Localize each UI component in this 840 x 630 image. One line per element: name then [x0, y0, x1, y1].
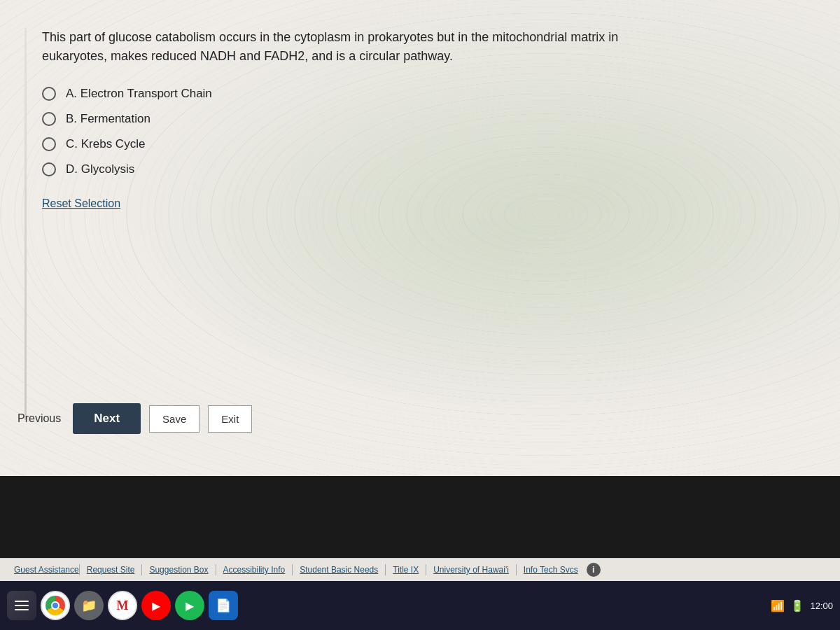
play-music-icon[interactable]: ▶ — [175, 591, 204, 620]
info-icon[interactable]: i — [587, 563, 601, 577]
main-content: This part of glucose catabolism occurs i… — [0, 0, 840, 476]
footer-link-guest-assistance[interactable]: Guest Assistance — [14, 565, 79, 575]
option-c[interactable]: C. Krebs Cycle — [42, 137, 798, 151]
footer-divider-4 — [292, 564, 293, 575]
youtube-icon-play: ▶ — [152, 599, 160, 612]
app-launcher-icon[interactable] — [7, 591, 36, 620]
hamburger-line-1 — [15, 601, 29, 602]
taskbar-right: 📶 🔋 12:00 — [771, 599, 833, 612]
radio-a[interactable] — [42, 87, 56, 101]
footer-divider-3 — [216, 564, 216, 575]
footer-divider-5 — [385, 564, 386, 575]
next-button[interactable]: Next — [73, 403, 141, 434]
wifi-icon[interactable]: 📶 — [771, 599, 785, 612]
exit-button[interactable]: Exit — [208, 405, 252, 433]
hamburger-line-3 — [15, 609, 29, 610]
youtube-icon[interactable]: ▶ — [141, 591, 171, 620]
option-c-label[interactable]: C. Krebs Cycle — [66, 137, 145, 151]
footer-divider-7 — [516, 564, 517, 575]
radio-b[interactable] — [42, 112, 56, 126]
options-list: A. Electron Transport Chain B. Fermentat… — [42, 87, 798, 176]
footer-divider-6 — [426, 564, 426, 575]
time-text: 12:00 — [810, 601, 833, 611]
question-text: This part of glucose catabolism occurs i… — [42, 28, 672, 66]
taskbar: 📁 M ▶ ▶ 📄 📶 🔋 12:00 — [0, 581, 840, 630]
battery-icon[interactable]: 🔋 — [790, 599, 804, 612]
gmail-icon[interactable]: M — [108, 591, 137, 620]
footer-link-request-site[interactable]: Request Site — [87, 565, 135, 575]
taskbar-apps: 📁 M ▶ ▶ 📄 — [7, 591, 238, 620]
option-d[interactable]: D. Glycolysis — [42, 162, 798, 176]
option-d-label[interactable]: D. Glycolysis — [66, 162, 134, 176]
footer-divider-1 — [79, 564, 80, 575]
option-a[interactable]: A. Electron Transport Chain — [42, 87, 798, 101]
option-b[interactable]: B. Fermentation — [42, 112, 798, 126]
footer-link-student-basic-needs[interactable]: Student Basic Needs — [300, 565, 378, 575]
footer-link-info-tech[interactable]: Info Tech Svcs — [524, 565, 578, 575]
footer-divider-2 — [141, 564, 142, 575]
radio-d[interactable] — [42, 162, 56, 176]
content-inner: This part of glucose catabolism occurs i… — [42, 28, 798, 238]
chrome-icon-inner — [46, 596, 65, 615]
left-accent-border — [24, 28, 27, 420]
docs-icon[interactable]: 📄 — [209, 591, 238, 620]
files-icon[interactable]: 📁 — [74, 591, 104, 620]
option-b-label[interactable]: B. Fermentation — [66, 112, 150, 126]
footer-link-university[interactable]: University of Hawai'i — [433, 565, 509, 575]
hamburger-line-2 — [15, 605, 29, 606]
reset-selection-link[interactable]: Reset Selection — [42, 197, 120, 210]
footer-link-accessibility-info[interactable]: Accessibility Info — [223, 565, 286, 575]
files-icon-glyph: 📁 — [81, 598, 97, 613]
bottom-navigation: Previous Next Save Exit — [14, 403, 252, 434]
system-tray: 📶 🔋 12:00 — [771, 599, 833, 612]
radio-c[interactable] — [42, 137, 56, 151]
save-button[interactable]: Save — [149, 405, 200, 433]
footer-link-suggestion-box[interactable]: Suggestion Box — [149, 565, 208, 575]
time-display[interactable]: 12:00 — [810, 601, 833, 611]
footer-links-bar: Guest Assistance Request Site Suggestion… — [0, 558, 840, 581]
docs-icon-glyph: 📄 — [216, 598, 231, 613]
option-a-label[interactable]: A. Electron Transport Chain — [66, 87, 212, 101]
chrome-icon-center — [51, 601, 59, 610]
gmail-icon-letter: M — [117, 598, 129, 613]
play-music-glyph: ▶ — [186, 599, 194, 612]
chrome-icon[interactable] — [41, 591, 70, 620]
footer-link-title-ix[interactable]: Title IX — [393, 565, 419, 575]
previous-button[interactable]: Previous — [14, 405, 64, 432]
